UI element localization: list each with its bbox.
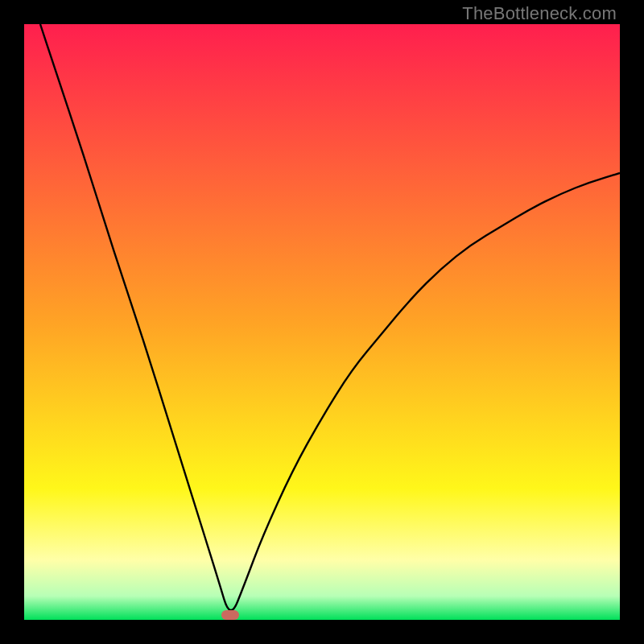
heatmap-background [24,24,620,620]
optimal-marker [221,610,239,620]
watermark-text: TheBottleneck.com [462,3,617,24]
plot-frame [24,24,620,620]
